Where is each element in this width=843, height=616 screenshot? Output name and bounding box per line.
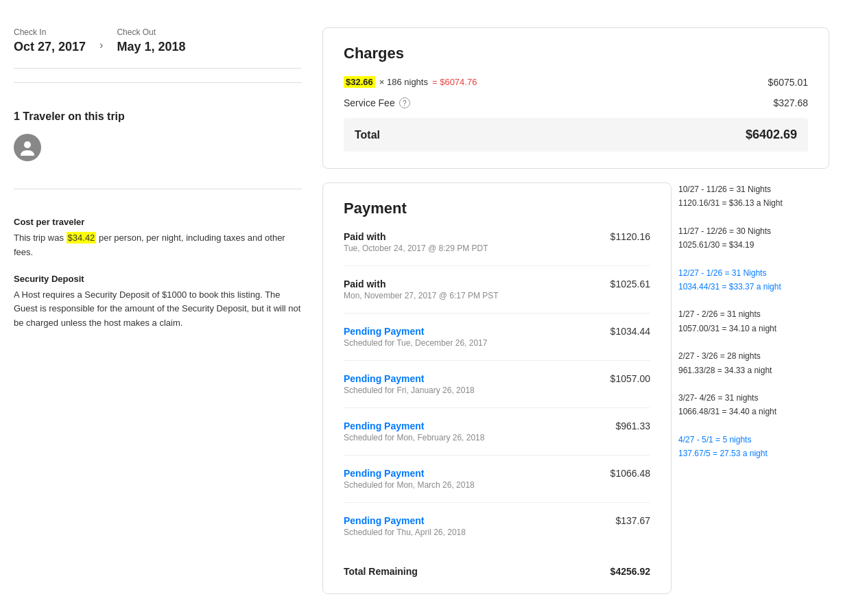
payment-rows: Paid with Tue, October 24, 2017 @ 8:29 P… [344, 231, 650, 549]
payment-row: Paid with Tue, October 24, 2017 @ 8:29 P… [344, 231, 650, 266]
payment-row: Pending Payment Scheduled for Thu, April… [344, 515, 650, 549]
cost-section: Cost per traveler This trip was $34.42 p… [14, 210, 302, 260]
payment-label: Paid with [344, 279, 499, 289]
total-value: $6402.69 [746, 128, 797, 142]
note-line2: 1120.16/31 = $36.13 a Night [678, 196, 829, 210]
rate-value: $6075.01 [768, 77, 808, 88]
sidebar-notes: 10/27 - 11/26 = 31 Nights 1120.16/31 = $… [678, 182, 829, 608]
charges-card: Charges $32.66 × 186 nights = $6074.76 $… [322, 27, 829, 169]
checkin-block: Check In Oct 27, 2017 [14, 27, 86, 54]
payment-amount: $1066.48 [610, 468, 650, 479]
cost-highlight: $34.42 [67, 232, 97, 244]
left-panel: Check In Oct 27, 2017 › Check Out May 1,… [14, 27, 302, 616]
payment-row: Pending Payment Scheduled for Mon, Febru… [344, 420, 650, 455]
note-line: 4/27 - 5/1 = 5 nights [678, 433, 829, 447]
security-text: A Host requires a Security Deposit of $1… [14, 288, 302, 331]
rate-row: $32.66 × 186 nights = $6074.76 $6075.01 [344, 76, 808, 88]
payment-sublabel: Scheduled for Tue, December 26, 2017 [344, 338, 487, 348]
note-block: 4/27 - 5/1 = 5 nights 137.67/5 = 27.53 a… [678, 433, 829, 461]
note-block: 11/27 - 12/26 = 30 Nights 1025.61/30 = $… [678, 224, 829, 252]
checkout-date: May 1, 2018 [117, 40, 185, 54]
payment-label-block: Paid with Tue, October 24, 2017 @ 8:29 P… [344, 231, 488, 253]
total-remaining-value: $4256.92 [610, 566, 650, 577]
payment-sublabel: Mon, November 27, 2017 @ 6:17 PM PST [344, 291, 499, 300]
divider2 [14, 189, 302, 189]
payment-label-block: Pending Payment Scheduled for Mon, Febru… [344, 420, 484, 442]
checkin-date: Oct 27, 2017 [14, 40, 86, 54]
payment-label: Pending Payment [344, 515, 466, 526]
payment-label-block: Pending Payment Scheduled for Tue, Decem… [344, 326, 487, 348]
payment-sublabel: Scheduled for Thu, April 26, 2018 [344, 528, 466, 537]
note-line: 10/27 - 11/26 = 31 Nights [678, 182, 829, 196]
payment-row: Paid with Mon, November 27, 2017 @ 6:17 … [344, 279, 650, 313]
payment-row: Pending Payment Scheduled for Fri, Janua… [344, 373, 650, 408]
total-row: Total $6402.69 [344, 118, 808, 152]
payment-section: Payment Paid with Tue, October 24, 2017 … [322, 182, 829, 608]
payment-sublabel: Tue, October 24, 2017 @ 8:29 PM PDT [344, 244, 488, 253]
traveler-title: 1 Traveler on this trip [14, 110, 302, 123]
service-fee-label: Service Fee ? [344, 97, 410, 108]
right-panel: Charges $32.66 × 186 nights = $6074.76 $… [322, 27, 829, 616]
payment-amount: $1025.61 [610, 279, 650, 289]
total-remaining-row: Total Remaining $4256.92 [344, 562, 650, 577]
note-line2: 1057.00/31 = 34.10 a night [678, 322, 829, 335]
payment-card: Payment Paid with Tue, October 24, 2017 … [322, 182, 672, 594]
checkin-label: Check In [14, 27, 86, 37]
rate-highlight: $32.66 [344, 76, 375, 88]
divider [14, 82, 302, 83]
note-block: 12/27 - 1/26 = 31 Nights 1034.44/31 = $3… [678, 266, 829, 294]
avatar [14, 134, 41, 161]
payment-row: Pending Payment Scheduled for Tue, Decem… [344, 326, 650, 361]
payment-title: Payment [344, 200, 650, 217]
payment-amount: $1034.44 [610, 326, 650, 337]
note-block: 1/27 - 2/26 = 31 nights 1057.00/31 = 34.… [678, 307, 829, 335]
cost-text: This trip was $34.42 per person, per nig… [14, 231, 302, 260]
cost-text-before: This trip was [14, 233, 67, 243]
note-line2: 137.67/5 = 27.53 a night [678, 447, 829, 460]
security-title: Security Deposit [14, 274, 302, 284]
total-remaining-label: Total Remaining [344, 566, 418, 577]
note-block: 2/27 - 3/26 = 28 nights 961.33/28 = 34.3… [678, 349, 829, 377]
note-line2: 1034.44/31 = $33.37 a night [678, 280, 829, 294]
traveler-section: 1 Traveler on this trip [14, 97, 302, 175]
note-line: 1/27 - 2/26 = 31 nights [678, 307, 829, 321]
note-line: 12/27 - 1/26 = 31 Nights [678, 266, 829, 280]
note-line: 3/27- 4/26 = 31 nights [678, 391, 829, 405]
payment-amount: $1057.00 [610, 373, 650, 384]
checkin-section: Check In Oct 27, 2017 › Check Out May 1,… [14, 27, 302, 69]
note-line2: 961.33/28 = 34.33 a night [678, 364, 829, 377]
payment-label-block: Pending Payment Scheduled for Mon, March… [344, 468, 475, 490]
payment-amount: $961.33 [615, 420, 650, 431]
payment-sublabel: Scheduled for Mon, March 26, 2018 [344, 480, 475, 490]
info-icon[interactable]: ? [399, 97, 410, 108]
payment-label: Pending Payment [344, 420, 484, 431]
note-line: 11/27 - 12/26 = 30 Nights [678, 224, 829, 238]
checkout-label: Check Out [117, 27, 185, 37]
checkout-block: Check Out May 1, 2018 [117, 27, 185, 54]
security-section: Security Deposit A Host requires a Secur… [14, 274, 302, 331]
service-fee-value: $327.68 [773, 97, 808, 108]
cost-title: Cost per traveler [14, 217, 302, 227]
payment-label: Pending Payment [344, 468, 475, 479]
payment-label-block: Paid with Mon, November 27, 2017 @ 6:17 … [344, 279, 499, 300]
svg-point-0 [24, 141, 31, 148]
payment-row: Pending Payment Scheduled for Mon, March… [344, 468, 650, 503]
note-block: 10/27 - 11/26 = 31 Nights 1120.16/31 = $… [678, 182, 829, 211]
payment-label: Paid with [344, 231, 488, 242]
arrow-right-icon: › [99, 39, 103, 51]
payment-amount: $137.67 [615, 515, 650, 526]
payment-label-block: Pending Payment Scheduled for Fri, Janua… [344, 373, 475, 395]
note-block: 3/27- 4/26 = 31 nights 1066.48/31 = 34.4… [678, 391, 829, 419]
note-line2: 1066.48/31 = 34.40 a night [678, 405, 829, 418]
payment-sublabel: Scheduled for Fri, January 26, 2018 [344, 386, 475, 395]
payment-label: Pending Payment [344, 373, 475, 384]
payment-amount: $1120.16 [610, 231, 650, 242]
service-fee-row: Service Fee ? $327.68 [344, 97, 808, 108]
note-line2: 1025.61/30 = $34.19 [678, 238, 829, 252]
bottom-note: Total Nights 31 + 30 + 31 + 31 + 28 + 31… [322, 608, 829, 616]
rate-nights: × 186 nights [379, 77, 428, 87]
payment-sublabel: Scheduled for Mon, February 26, 2018 [344, 433, 484, 442]
total-label: Total [355, 129, 380, 141]
rate-equals: = $6074.76 [432, 77, 477, 87]
note-line: 2/27 - 3/26 = 28 nights [678, 349, 829, 363]
